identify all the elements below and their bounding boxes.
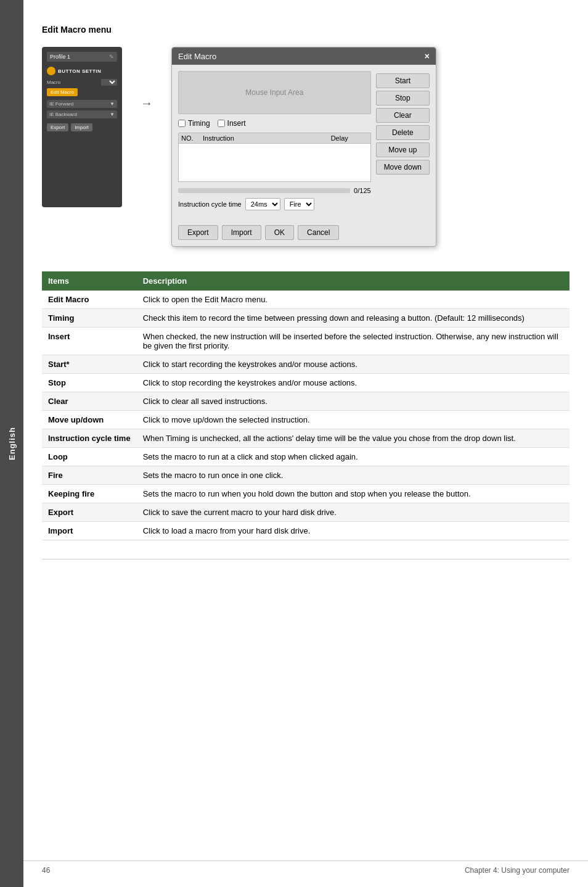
mini-macro-label: Macro (47, 80, 60, 85)
table-row: Start*Click to start recording the keyst… (42, 355, 570, 374)
row-description: Click to open the Edit Macro menu. (137, 291, 570, 309)
footer-cancel-btn[interactable]: Cancel (298, 225, 339, 240)
mini-export-btn[interactable]: Export (47, 123, 68, 131)
table-row: Keeping fireSets the macro to run when y… (42, 485, 570, 503)
page-footer: 46 Chapter 4: Using your computer (23, 860, 588, 875)
row-description: Click to clear all saved instructions. (137, 392, 570, 411)
mini-bs-text: BUTTON SETTIN (58, 68, 101, 74)
cycle-time-label: Instruction cycle time (178, 200, 242, 208)
footer-import-btn[interactable]: Import (222, 225, 261, 240)
row-description: Click to load a macro from your hard dis… (137, 522, 570, 540)
row-item: Stop (42, 374, 137, 392)
row-item: Export (42, 503, 137, 522)
row-item: Timing (42, 309, 137, 328)
insert-checkbox[interactable] (218, 120, 225, 127)
mini-backward-label: IE Backward (49, 112, 77, 117)
mini-panel-header: Profile 1 ✎ (47, 52, 117, 62)
dialog-left: Mouse Input Area Timing Insert (178, 71, 371, 215)
row-item: Start* (42, 355, 137, 374)
dialog-titlebar: Edit Macro × (172, 47, 436, 65)
dialog-right: Start Stop Clear Delete Move up Move dow… (376, 71, 430, 215)
mini-panel: Profile 1 ✎ BUTTON SETTIN Macro Edit Mac… (42, 47, 122, 207)
table-row: ExportClick to save the current macro to… (42, 503, 570, 522)
table-row: TimingCheck this item to record the time… (42, 309, 570, 328)
table-row: FireSets the macro to run once in one cl… (42, 466, 570, 485)
insert-checkbox-label[interactable]: Insert (218, 119, 246, 128)
insert-label: Insert (227, 119, 246, 128)
button-settings-icon (47, 67, 55, 75)
info-table: Items Description Edit MacroClick to ope… (42, 271, 570, 540)
mini-panel-edit-icon: ✎ (109, 54, 114, 60)
col-description-header: Description (137, 271, 570, 291)
move-up-btn[interactable]: Move up (376, 142, 430, 157)
dialog-footer: Export Import OK Cancel (172, 221, 436, 246)
instruction-table: NO. Instruction Delay (178, 133, 371, 182)
fire-select[interactable]: Fire (284, 198, 314, 210)
table-row: ClearClick to clear all saved instructio… (42, 392, 570, 411)
cycle-time-select[interactable]: 24ms (245, 198, 280, 210)
mini-edit-macro-btn[interactable]: Edit Macro (47, 88, 78, 96)
row-description: Click to move up/down the selected instr… (137, 411, 570, 429)
table-row: Edit MacroClick to open the Edit Macro m… (42, 291, 570, 309)
table-row: LoopSets the macro to run at a click and… (42, 448, 570, 466)
row-description: Sets the macro to run once in one click. (137, 466, 570, 485)
footer-divider (42, 559, 570, 559)
row-description: Check this item to record the time betwe… (137, 309, 570, 328)
row-description: Click to save the current macro to your … (137, 503, 570, 522)
row-description: Sets the macro to run at a click and sto… (137, 448, 570, 466)
timing-insert-row: Timing Insert (178, 119, 371, 128)
row-description: Sets the macro to run when you hold down… (137, 485, 570, 503)
col-no-header: NO. (181, 134, 203, 142)
table-header: Items Description (42, 271, 570, 291)
table-row: StopClick to stop recording the keystrok… (42, 374, 570, 392)
start-btn[interactable]: Start (376, 73, 430, 88)
clear-btn[interactable]: Clear (376, 108, 430, 123)
row-item: Clear (42, 392, 137, 411)
progress-row: 0/125 (178, 187, 371, 194)
row-item: Import (42, 522, 137, 540)
edit-macro-dialog: Edit Macro × Mouse Input Area Timing (171, 47, 436, 247)
main-content: Edit Macro menu Profile 1 ✎ BUTTON SETTI… (23, 0, 588, 590)
dialog-close-btn[interactable]: × (425, 51, 430, 61)
row-description: When checked, the new instruction will b… (137, 328, 570, 355)
delete-btn[interactable]: Delete (376, 125, 430, 140)
mini-forward-label: IE Forward (49, 101, 73, 107)
table-body: Edit MacroClick to open the Edit Macro m… (42, 291, 570, 540)
chapter-label: Chapter 4: Using your computer (465, 866, 570, 875)
table-row: Instruction cycle timeWhen Timing is unc… (42, 429, 570, 448)
mini-forward-row: IE Forward ▼ (47, 100, 117, 108)
mini-forward-arrow: ▼ (110, 101, 115, 107)
page-number: 46 (42, 866, 50, 875)
mini-import-btn[interactable]: Import (71, 123, 92, 131)
row-description: Click to stop recording the keystrokes a… (137, 374, 570, 392)
table-row: InsertWhen checked, the new instruction … (42, 328, 570, 355)
row-description: Click to start recording the keystrokes … (137, 355, 570, 374)
row-item: Instruction cycle time (42, 429, 137, 448)
diagram-area: Profile 1 ✎ BUTTON SETTIN Macro Edit Mac… (42, 47, 570, 247)
col-instruction-header: Instruction (203, 134, 331, 142)
move-down-btn[interactable]: Move down (376, 160, 430, 175)
mini-backward-row: IE Backward ▼ (47, 110, 117, 118)
cycle-time-row: Instruction cycle time 24ms Fire (178, 198, 371, 210)
table-row: Move up/downClick to move up/down the se… (42, 411, 570, 429)
col-delay-header: Delay (331, 134, 368, 142)
mouse-input-area: Mouse Input Area (178, 71, 371, 114)
footer-ok-btn[interactable]: OK (265, 225, 294, 240)
progress-text: 0/125 (354, 187, 371, 194)
table-row: ImportClick to load a macro from your ha… (42, 522, 570, 540)
row-description: When Timing is unchecked, all the action… (137, 429, 570, 448)
dialog-title: Edit Macro (178, 52, 216, 61)
mini-macro-dropdown[interactable] (101, 79, 117, 86)
timing-checkbox[interactable] (178, 120, 186, 127)
row-item: Fire (42, 466, 137, 485)
instruction-table-header: NO. Instruction Delay (179, 133, 370, 144)
sidebar: English (0, 0, 23, 887)
mouse-input-label: Mouse Input Area (245, 88, 303, 97)
footer-export-btn[interactable]: Export (178, 225, 218, 240)
row-item: Keeping fire (42, 485, 137, 503)
progress-bar-container (178, 188, 350, 193)
stop-btn[interactable]: Stop (376, 91, 430, 105)
row-item: Loop (42, 448, 137, 466)
sidebar-label: English (7, 427, 17, 460)
timing-checkbox-label[interactable]: Timing (178, 119, 210, 128)
